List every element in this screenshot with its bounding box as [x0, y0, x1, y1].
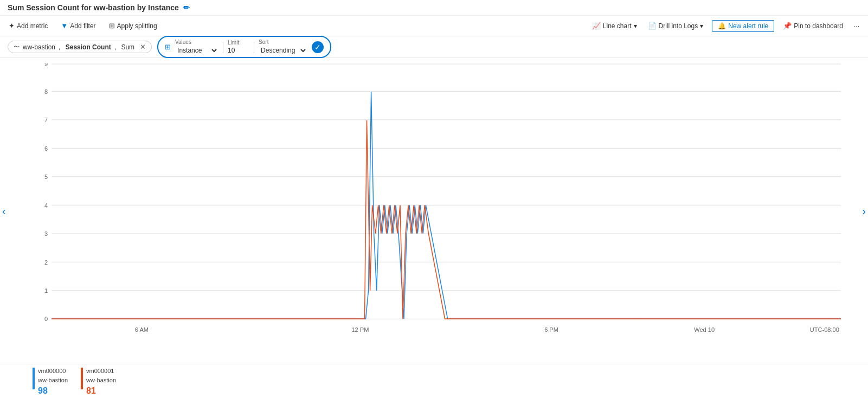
legend-color-0 [33, 368, 35, 389]
line-chart-arrow: ▾ [634, 22, 637, 30]
metric-pill-resource: ww-bastion [23, 43, 55, 51]
more-options-icon: ··· [854, 22, 859, 30]
line-chart-icon: 📈 [592, 22, 601, 30]
metric-pill-aggregation: Sum [121, 43, 134, 51]
drill-logs-arrow: ▾ [700, 22, 703, 30]
add-metric-icon: ✦ [9, 22, 15, 30]
legend-bar: vm000000 ww-bastion 98 vm000001 ww-basti… [0, 364, 868, 398]
splitting-panel: ⊞ Values Instance None Limit Sort Descen… [157, 36, 331, 58]
split-panel-icon: ⊞ [165, 43, 171, 51]
metric-pill-metric: Session Count [66, 43, 111, 51]
divider-2 [254, 42, 254, 53]
svg-text:UTC-08:00: UTC-08:00 [810, 326, 839, 332]
new-alert-button[interactable]: 🔔 New alert rule [712, 20, 774, 32]
svg-text:2: 2 [44, 259, 48, 265]
metric-pill: 〜 ww-bastion, Session Count, Sum ✕ [8, 41, 152, 53]
svg-text:0: 0 [44, 316, 48, 322]
legend-vm-0-line2: ww-bastion [38, 376, 68, 385]
confirm-splitting-button[interactable]: ✓ [312, 41, 324, 53]
toolbar-left: ✦ Add metric ▼ Add filter ⊞ Apply splitt… [7, 21, 159, 31]
filter-bar: 〜 ww-bastion, Session Count, Sum ✕ ⊞ Val… [0, 36, 868, 58]
title-bar: Sum Session Count for ww-bastion by Inst… [0, 0, 868, 16]
values-label: Values [175, 39, 218, 45]
series-red [52, 120, 841, 319]
sort-group: Sort Descending Ascending [259, 39, 307, 55]
svg-text:7: 7 [44, 117, 48, 123]
svg-text:8: 8 [44, 88, 48, 94]
svg-text:Wed 10: Wed 10 [694, 326, 715, 332]
legend-item-0: vm000000 ww-bastion 98 [33, 367, 68, 397]
chart-area: ‹ › 0 1 2 3 4 5 6 7 8 9 [0, 58, 868, 364]
limit-input[interactable] [228, 47, 249, 54]
sort-label: Sort [259, 39, 307, 45]
svg-text:6: 6 [44, 145, 48, 151]
toolbar-right: 📈 Line chart ▾ 📄 Drill into Logs ▾ 🔔 New… [590, 20, 861, 32]
x-axis: 6 AM 12 PM 6 PM Wed 10 UTC-08:00 [135, 326, 839, 332]
metric-pill-close[interactable]: ✕ [140, 43, 146, 51]
chart-nav-left[interactable]: ‹ [2, 205, 6, 217]
line-chart-button[interactable]: 📈 Line chart ▾ [590, 21, 639, 31]
sort-select[interactable]: Descending Ascending [259, 46, 307, 55]
page-title: Sum Session Count for ww-bastion by Inst… [8, 3, 179, 12]
legend-vm-0-line1: vm000000 [38, 367, 68, 376]
svg-text:4: 4 [44, 202, 48, 208]
metric-pill-icon: 〜 [14, 43, 20, 51]
add-filter-button[interactable]: ▼ Add filter [59, 21, 98, 31]
limit-label: Limit [228, 40, 249, 46]
add-metric-button[interactable]: ✦ Add metric [7, 21, 50, 31]
alert-icon: 🔔 [718, 22, 726, 30]
legend-color-1 [81, 368, 83, 389]
limit-group: Limit [228, 40, 249, 54]
svg-text:9: 9 [44, 63, 48, 67]
drill-logs-icon: 📄 [648, 22, 657, 30]
y-axis: 0 1 2 3 4 5 6 7 8 9 [44, 63, 841, 323]
pin-icon: 📌 [783, 22, 792, 30]
apply-splitting-button[interactable]: ⊞ Apply splitting [107, 21, 159, 31]
drill-logs-button[interactable]: 📄 Drill into Logs ▾ [646, 21, 706, 31]
values-group: Values Instance None [175, 39, 218, 55]
divider-1 [223, 42, 223, 53]
legend-vm-1-line1: vm000001 [86, 367, 116, 376]
toolbar: ✦ Add metric ▼ Add filter ⊞ Apply splitt… [0, 16, 868, 36]
svg-text:6 PM: 6 PM [544, 326, 558, 332]
legend-vm-0-value: 98 [38, 384, 68, 397]
svg-text:3: 3 [44, 230, 48, 237]
legend-item-1: vm000001 ww-bastion 81 [81, 367, 116, 397]
svg-text:1: 1 [44, 287, 48, 294]
filter-icon: ▼ [61, 22, 68, 30]
svg-text:5: 5 [44, 174, 48, 180]
svg-text:6 AM: 6 AM [135, 326, 149, 332]
svg-text:12 PM: 12 PM [351, 326, 369, 332]
pin-dashboard-button[interactable]: 📌 Pin to dashboard [781, 21, 845, 31]
legend-vm-1-value: 81 [86, 384, 116, 397]
legend-vm-1-line2: ww-bastion [86, 376, 116, 385]
chart-svg: 0 1 2 3 4 5 6 7 8 9 6 AM 12 PM 6 [33, 63, 841, 342]
splitting-icon: ⊞ [109, 22, 115, 30]
values-select[interactable]: Instance None [175, 46, 218, 55]
chart-nav-right[interactable]: › [862, 205, 866, 217]
more-options-button[interactable]: ··· [852, 21, 861, 31]
edit-title-icon[interactable]: ✏ [183, 3, 190, 12]
